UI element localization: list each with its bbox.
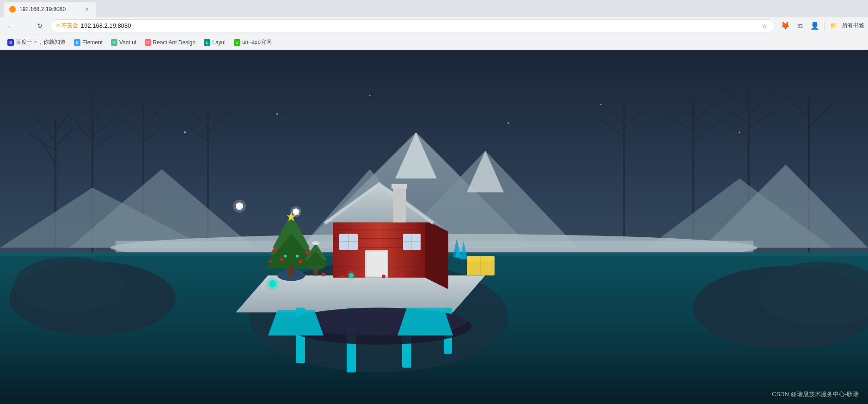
baidu-label: 百度一下，你就知道 [16,38,66,46]
baidu-favicon: B [7,39,14,46]
layui-favicon: L [204,39,210,46]
browser-frame: 192.168.2.19:8080 ✕ ← → ↻ ⚠ 不安全 192.168.… [0,0,868,404]
svg-point-130 [276,113,278,115]
svg-point-79 [280,258,284,261]
navigation-bar: ← → ↻ ⚠ 不安全 192.168.2.19:8080 ☆ 🦊 ⚖ 👤 📁 … [0,17,868,35]
svg-point-126 [401,273,403,276]
svg-rect-101 [391,184,407,189]
svg-point-121 [266,277,279,290]
main-content: CSDN @瑞晟技术服务中心-耿瑞 [0,50,868,404]
watermark: CSDN @瑞晟技术服务中心-耿瑞 [772,390,859,398]
folder-icon[interactable]: 📁 [827,19,840,32]
element-favicon: E [74,39,80,46]
extensions-icon[interactable]: ⚖ [794,19,807,32]
svg-point-122 [322,273,325,277]
user-icon[interactable]: 👤 [808,19,821,32]
svg-point-128 [347,271,355,280]
svg-point-132 [507,122,509,124]
react-label: React Ant Design [153,39,196,46]
svg-point-78 [306,251,309,254]
url-text: 192.168.2.19:8080 [81,22,757,29]
svg-rect-100 [393,186,406,223]
uni-favicon: U [234,39,240,46]
security-icon: ⚠ 不安全 [56,22,78,30]
active-tab[interactable]: 192.168.2.19:8080 ✕ [4,2,96,17]
vant-favicon: V [111,39,117,46]
browser-menu-icon[interactable]: 🦊 [779,19,792,32]
tab-close-button[interactable]: ✕ [83,6,91,13]
svg-rect-74 [288,266,294,277]
tab-bar: 192.168.2.19:8080 ✕ [0,0,868,17]
bookmark-uni[interactable]: U uni-app官网 [230,37,275,48]
uni-label: uni-app官网 [242,38,272,46]
tab-favicon [9,6,16,12]
svg-point-117 [233,200,246,213]
layui-label: Layui [212,39,226,46]
svg-point-89 [312,241,319,245]
bookmark-baidu[interactable]: B 百度一下，你就知道 [4,37,69,48]
svg-point-77 [273,248,277,252]
address-bar[interactable]: ⚠ 不安全 192.168.2.19:8080 ☆ [50,19,775,32]
svg-point-131 [369,95,371,96]
svg-rect-103 [367,252,387,277]
svg-point-125 [382,275,385,278]
back-button[interactable]: ← [4,19,17,32]
react-favicon: R [145,39,151,46]
nav-right-buttons: 🦊 ⚖ 👤 📁 所有书签 [779,19,864,32]
svg-point-134 [739,132,740,133]
tab-title: 192.168.2.19:8080 [19,6,79,12]
bookmark-element[interactable]: E Element [70,37,106,48]
element-label: Element [82,39,103,46]
security-label: 不安全 [61,22,78,30]
svg-point-84 [296,255,299,258]
bookmarks-bar: B 百度一下，你就知道 E Element V Vant ui R React … [0,35,868,50]
svg-marker-67 [397,308,453,336]
bookmark-vant[interactable]: V Vant ui [107,37,140,48]
watermark-text: CSDN @瑞晟技术服务中心-耿瑞 [772,391,859,398]
svg-point-124 [359,273,362,276]
nav-separator [824,21,825,30]
bookmark-layui[interactable]: L Layui [200,37,229,48]
svg-point-133 [600,104,602,105]
svg-point-119 [290,206,301,217]
vant-label: Vant ui [119,39,136,46]
svg-point-83 [284,255,287,258]
svg-marker-96 [425,220,448,289]
svg-point-81 [269,260,272,263]
svg-point-123 [341,275,343,278]
svg-marker-66 [268,310,324,336]
bookmark-react[interactable]: R React Ant Design [141,37,200,48]
forward-button[interactable]: → [18,19,31,32]
svg-point-55 [14,257,125,313]
svg-point-80 [299,260,302,264]
svg-point-129 [184,132,186,133]
bookmarks-label: 所有书签 [842,22,864,30]
bookmark-star-icon[interactable]: ☆ [760,21,769,30]
3d-scene [0,50,868,404]
reload-button[interactable]: ↻ [33,19,46,32]
